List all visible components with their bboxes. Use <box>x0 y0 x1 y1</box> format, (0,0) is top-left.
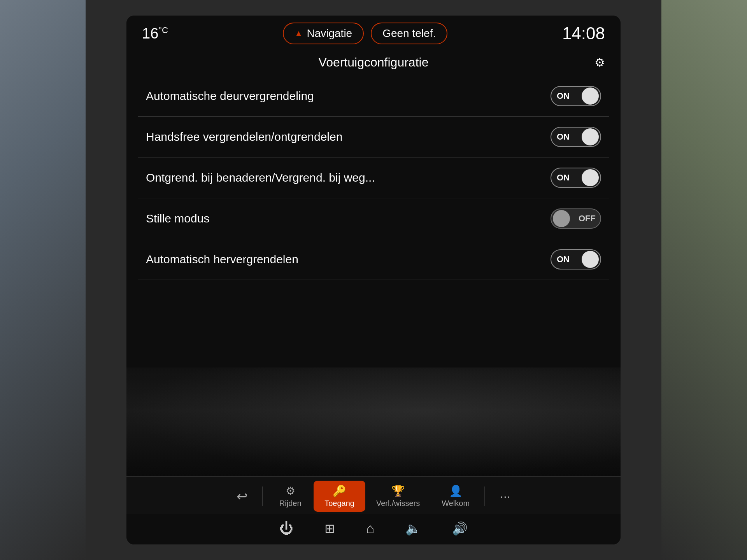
home-icon: ⌂ <box>366 520 375 537</box>
setting-row-hervergrend: Automatisch hervergrendelen ON <box>138 239 609 280</box>
main-screen: 16°C ▲ Navigatie Geen telef. 14:08 Voert… <box>126 16 621 544</box>
tab-verl-wissers-label: Verl./wissers <box>376 499 420 508</box>
toggle-ontgrend[interactable]: ON <box>551 168 601 188</box>
setting-label-ontgrend: Ontgrend. bij benaderen/Vergrend. bij we… <box>146 171 551 184</box>
volume-down-button[interactable]: 🔈 <box>405 521 421 536</box>
grid-button[interactable]: ⊞ <box>324 521 335 536</box>
back-icon: ↩ <box>237 488 247 504</box>
toggle-hervergrend[interactable]: ON <box>551 249 601 270</box>
verl-wissers-icon: 🏆 <box>391 485 405 497</box>
setting-label-hervergrend: Automatisch hervergrendelen <box>146 253 551 266</box>
toggle-text-stille: OFF <box>579 214 596 224</box>
grid-icon: ⊞ <box>324 521 335 536</box>
page-header: Voertuigconfiguratie ⚙ <box>126 51 621 76</box>
temperature-display: 16°C <box>142 25 168 42</box>
navigation-button[interactable]: ▲ Navigatie <box>283 23 364 44</box>
setting-row-autodoor: Automatische deurvergrendeling ON <box>138 76 609 117</box>
setting-row-ontgrend: Ontgrend. bij benaderen/Vergrend. bij we… <box>138 158 609 198</box>
volume-down-icon: 🔈 <box>405 521 421 536</box>
tab-divider-2 <box>484 486 485 506</box>
tab-rijden-label: Rijden <box>279 499 302 508</box>
toggle-text-ontgrend: ON <box>557 173 570 183</box>
setting-row-stille: Stille modus OFF <box>138 198 609 239</box>
top-bar: 16°C ▲ Navigatie Geen telef. 14:08 <box>126 16 621 51</box>
toggle-autodoor[interactable]: ON <box>551 86 601 106</box>
reflection-overlay <box>126 368 621 476</box>
toggle-text-handsfree: ON <box>557 132 570 142</box>
setting-label-handsfree: Handsfree vergrendelen/ontgrendelen <box>146 130 551 144</box>
more-icon: ··· <box>500 489 510 504</box>
system-bar: ⏻ ⊞ ⌂ 🔈 🔊 <box>126 514 621 544</box>
outer-frame: 16°C ▲ Navigatie Geen telef. 14:08 Voert… <box>0 0 747 560</box>
toggle-knob-ontgrend <box>582 169 599 186</box>
env-right <box>661 0 747 560</box>
toggle-knob-stille <box>553 210 570 227</box>
nav-buttons: ▲ Navigatie Geen telef. <box>283 23 448 44</box>
tab-rijden[interactable]: ⚙ Rijden <box>267 481 314 512</box>
welkom-icon: 👤 <box>449 485 463 497</box>
setting-label-autodoor: Automatische deurvergrendeling <box>146 89 551 103</box>
toggle-knob-hervergrend <box>582 251 599 268</box>
page-title: Voertuigconfiguratie <box>319 55 429 70</box>
volume-up-button[interactable]: 🔊 <box>452 521 468 536</box>
tab-row: ↩ ⚙ Rijden 🔑 Toegang 🏆 Verl./wissers 👤 <box>134 481 613 512</box>
home-button[interactable]: ⌂ <box>366 520 375 537</box>
tab-welkom[interactable]: 👤 Welkom <box>431 481 480 512</box>
reflection-area <box>126 368 621 476</box>
tab-toegang[interactable]: 🔑 Toegang <box>314 481 365 512</box>
tab-back[interactable]: ↩ <box>226 485 258 508</box>
phone-button[interactable]: Geen telef. <box>371 23 447 44</box>
env-left <box>0 0 86 560</box>
toggle-text-autodoor: ON <box>557 91 570 101</box>
toegang-icon: 🔑 <box>333 485 346 497</box>
tab-toegang-label: Toegang <box>324 499 354 508</box>
setting-row-handsfree: Handsfree vergrendelen/ontgrendelen ON <box>138 117 609 158</box>
toggle-handsfree[interactable]: ON <box>551 127 601 147</box>
toggle-text-hervergrend: ON <box>557 254 570 264</box>
toggle-knob-handsfree <box>582 128 599 145</box>
toggle-knob-autodoor <box>582 88 599 105</box>
settings-icon[interactable]: ⚙ <box>594 56 605 69</box>
nav-arrow-icon: ▲ <box>295 28 303 38</box>
tab-verl-wissers[interactable]: 🏆 Verl./wissers <box>365 481 431 512</box>
rijden-icon: ⚙ <box>286 485 295 497</box>
tab-more[interactable]: ··· <box>489 485 521 508</box>
setting-label-stille: Stille modus <box>146 212 551 225</box>
clock-display: 14:08 <box>562 24 605 43</box>
tab-welkom-label: Welkom <box>442 499 470 508</box>
bottom-tabs: ↩ ⚙ Rijden 🔑 Toegang 🏆 Verl./wissers 👤 <box>126 476 621 514</box>
power-icon: ⏻ <box>279 520 293 537</box>
volume-up-icon: 🔊 <box>452 521 468 536</box>
tab-divider-1 <box>262 486 263 506</box>
settings-list: Automatische deurvergrendeling ON Handsf… <box>126 76 621 368</box>
toggle-stille[interactable]: OFF <box>551 208 601 229</box>
power-button[interactable]: ⏻ <box>279 520 293 537</box>
